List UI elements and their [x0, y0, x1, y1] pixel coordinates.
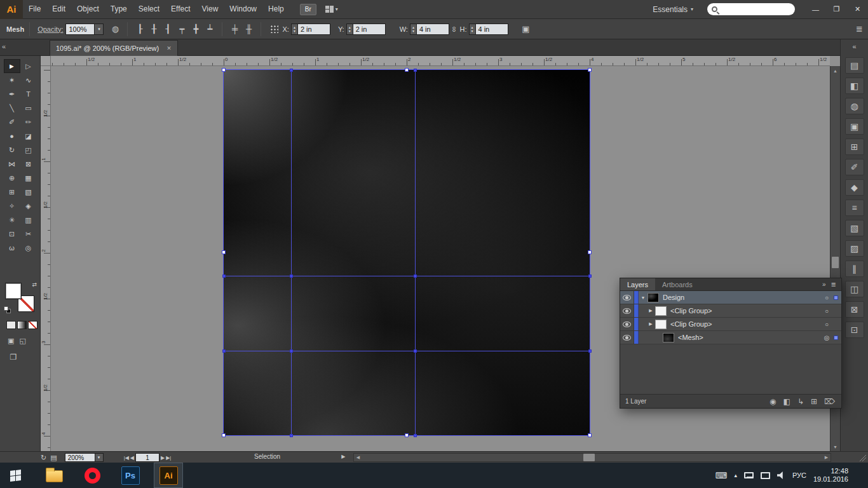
- x-stepper[interactable]: ▴▾: [291, 24, 297, 35]
- tab-close-icon[interactable]: ✕: [166, 45, 172, 51]
- mesh-anchor[interactable]: [222, 349, 226, 353]
- artboard-number-field[interactable]: 1: [135, 453, 159, 462]
- swatches-panel-icon[interactable]: ⊞: [845, 139, 864, 155]
- scroll-right-arrow[interactable]: ▶: [822, 454, 831, 461]
- bridge-button[interactable]: Br: [300, 4, 316, 15]
- zoom-tool[interactable]: ◎: [20, 241, 37, 255]
- zoom-field[interactable]: 200%: [65, 453, 95, 462]
- appearance-panel-icon[interactable]: ◍: [845, 98, 864, 114]
- menu-effect[interactable]: Effect: [165, 0, 196, 18]
- selection-tool[interactable]: ►: [4, 59, 20, 73]
- selection-handle[interactable]: [588, 433, 592, 437]
- isolate-object-icon[interactable]: ▣: [520, 23, 532, 36]
- next-artboard-button[interactable]: ▶: [161, 455, 165, 461]
- draw-behind-icon[interactable]: ◱: [19, 337, 25, 345]
- stroke-panel-icon[interactable]: ≡: [845, 200, 864, 216]
- new-layer-icon[interactable]: ⊞: [811, 397, 817, 406]
- artboard-tool[interactable]: ⊡: [4, 227, 20, 241]
- selection-handle[interactable]: [222, 250, 226, 254]
- gradient-tool[interactable]: ▧: [20, 185, 37, 199]
- target-icon[interactable]: ◎: [822, 334, 832, 341]
- gradient-mesh-object[interactable]: [224, 70, 590, 435]
- menu-object[interactable]: Object: [71, 0, 105, 18]
- swap-fill-stroke-icon[interactable]: ⇄: [32, 281, 37, 288]
- workspace-switcher[interactable]: Essentials ▾: [653, 5, 693, 14]
- align-right-icon[interactable]: ┨: [161, 23, 174, 36]
- selection-handle[interactable]: [588, 68, 592, 72]
- mesh-anchor[interactable]: [588, 349, 592, 353]
- symbols-panel-icon[interactable]: ◆: [845, 179, 864, 196]
- menu-file[interactable]: File: [23, 0, 46, 18]
- pen-tool[interactable]: ✒: [4, 87, 20, 101]
- brushes-panel-icon[interactable]: ✐: [845, 159, 864, 175]
- collapse-panel-icon[interactable]: »: [822, 281, 826, 288]
- mesh-tool[interactable]: ⊞: [4, 185, 20, 199]
- photoshop-button[interactable]: Ps: [116, 463, 145, 488]
- paintbrush-tool[interactable]: ✐: [4, 115, 20, 129]
- menu-window[interactable]: Window: [224, 0, 262, 18]
- selection-indicator-square[interactable]: [834, 295, 838, 300]
- lasso-tool[interactable]: ∿: [20, 73, 37, 87]
- align-top-icon[interactable]: ┯: [175, 23, 188, 36]
- direct-selection-tool[interactable]: ▷: [20, 59, 37, 73]
- mesh-anchor[interactable]: [290, 349, 293, 353]
- selection-handle[interactable]: [222, 433, 226, 437]
- close-button[interactable]: ✕: [847, 0, 868, 19]
- layer-row[interactable]: ▶<Clip Group>○: [620, 318, 841, 331]
- layer-name[interactable]: <Mesh>: [678, 334, 822, 341]
- sync-settings-icon[interactable]: ↻: [41, 454, 46, 462]
- h-field[interactable]: 4 in: [475, 24, 508, 35]
- rotate-tool[interactable]: ↻: [4, 143, 20, 157]
- blob-brush-tool[interactable]: ●: [4, 129, 20, 143]
- mesh-anchor[interactable]: [290, 434, 293, 437]
- layer-row[interactable]: ▶<Clip Group>○: [620, 304, 841, 318]
- horizontal-ruler[interactable]: 1/211/201/211/221/231/241/251/261/2: [51, 56, 830, 66]
- scroll-down-arrow[interactable]: ▼: [831, 442, 840, 451]
- hand-tool[interactable]: ω: [4, 241, 20, 255]
- x-field[interactable]: 2 in: [297, 24, 330, 35]
- expand-toggle[interactable]: ▼: [639, 295, 648, 300]
- mesh-anchor[interactable]: [414, 349, 417, 353]
- y-field[interactable]: 2 in: [353, 24, 386, 35]
- gradient-panel-icon[interactable]: ▧: [845, 220, 864, 236]
- symbol-sprayer-tool[interactable]: ✳: [4, 213, 20, 227]
- document-info-icon[interactable]: ▤: [50, 454, 57, 462]
- expand-panels-icon[interactable]: «: [841, 39, 868, 53]
- graphic-styles-panel-icon[interactable]: ▣: [845, 118, 864, 135]
- opera-button[interactable]: [78, 463, 107, 488]
- arrange-documents-button[interactable]: ▾: [323, 4, 341, 14]
- language-indicator[interactable]: РУС: [792, 471, 806, 479]
- horizontal-scrollbar-track[interactable]: [362, 454, 822, 461]
- align-center-vertical-icon[interactable]: ╋: [189, 23, 202, 36]
- visibility-toggle[interactable]: [620, 331, 634, 344]
- selection-handle[interactable]: [222, 68, 226, 72]
- change-screen-mode-button[interactable]: ❐: [8, 353, 19, 362]
- scroll-left-arrow[interactable]: ◀: [354, 454, 362, 461]
- menu-view[interactable]: View: [196, 0, 224, 18]
- mesh-anchor[interactable]: [290, 274, 293, 278]
- scroll-up-arrow[interactable]: ▲: [831, 66, 840, 75]
- collapse-left-dock-icon[interactable]: «: [2, 43, 6, 50]
- first-artboard-button[interactable]: |◀: [124, 455, 129, 461]
- align-center-horizontal-icon[interactable]: ╂: [147, 23, 160, 36]
- menu-help[interactable]: Help: [262, 0, 290, 18]
- volume-icon[interactable]: [777, 471, 785, 479]
- color-guide-panel-icon[interactable]: ◧: [845, 78, 864, 94]
- search-input[interactable]: [707, 3, 795, 15]
- default-fill-stroke-icon[interactable]: [4, 306, 11, 313]
- perspective-grid-tool[interactable]: ▦: [20, 171, 37, 185]
- blend-tool[interactable]: ◈: [20, 199, 37, 213]
- mesh-anchor[interactable]: [414, 69, 417, 72]
- menu-select[interactable]: Select: [133, 0, 165, 18]
- free-transform-tool[interactable]: ⊠: [20, 157, 37, 171]
- illustrator-button[interactable]: Ai: [154, 463, 183, 488]
- opacity-dropdown-button[interactable]: ▾: [95, 24, 104, 35]
- navigator-panel-icon[interactable]: ⊡: [845, 322, 864, 338]
- status-flyout-icon[interactable]: ▶: [341, 454, 345, 459]
- visibility-toggle[interactable]: [620, 291, 634, 304]
- gradient-button[interactable]: [17, 321, 27, 329]
- align-left-icon[interactable]: ┠: [133, 23, 146, 36]
- rectangle-tool[interactable]: ▭: [20, 101, 37, 115]
- mesh-anchor[interactable]: [414, 274, 417, 278]
- zoom-dropdown-button[interactable]: ▾: [95, 453, 104, 462]
